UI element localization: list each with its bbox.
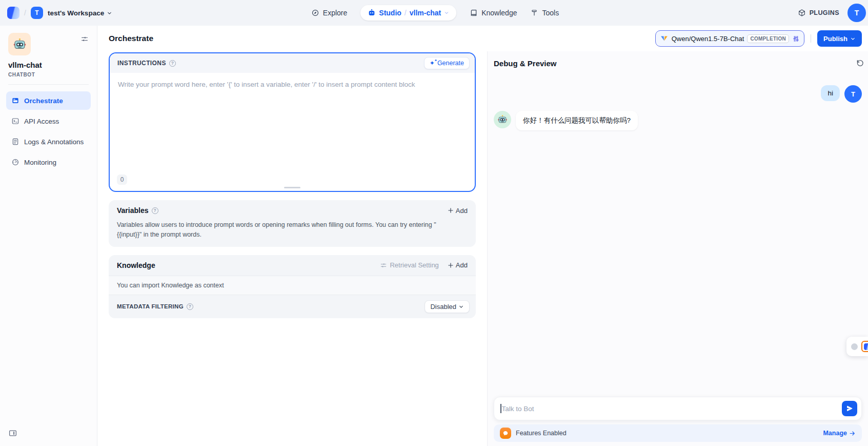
- paper-plane-icon: [846, 405, 853, 412]
- robot-icon: [368, 9, 376, 17]
- workspace-selector[interactable]: test's Workspace: [48, 9, 112, 17]
- sliders-icon: [380, 262, 387, 269]
- sidebar-divider: [8, 84, 89, 85]
- app-settings-button[interactable]: [80, 35, 89, 45]
- sidebar-item-api-access[interactable]: API Access: [6, 112, 91, 130]
- instructions-title: INSTRUCTIONS: [117, 60, 166, 67]
- main-nav: Explore Studio / vllm-chat Knowledge Too…: [176, 5, 694, 21]
- manage-features-link[interactable]: Manage: [823, 430, 856, 437]
- header-divider: [811, 34, 811, 43]
- nav-studio[interactable]: Studio / vllm-chat: [360, 5, 456, 21]
- features-bar: Features Enabled Manage: [494, 424, 862, 442]
- separator-slash: /: [405, 9, 407, 17]
- sliders-icon: [80, 35, 89, 43]
- helper-widget[interactable]: [846, 337, 868, 356]
- plugins-button[interactable]: PLUGINS: [798, 9, 839, 17]
- publish-button[interactable]: Publish: [817, 30, 862, 47]
- instructions-card: INSTRUCTIONS ✦ Generate Write your promp…: [109, 52, 476, 192]
- chat-bubble-icon: [502, 430, 509, 436]
- collapse-sidebar-button[interactable]: [8, 429, 17, 440]
- model-settings-icon: [792, 35, 800, 43]
- orchestrate-config-pane: INSTRUCTIONS ✦ Generate Write your promp…: [97, 51, 487, 446]
- resize-handle[interactable]: [284, 187, 300, 188]
- instructions-editor[interactable]: Write your prompt word here, enter '{' t…: [110, 73, 475, 174]
- restart-conversation-button[interactable]: [856, 59, 864, 67]
- nav-knowledge-label: Knowledge: [481, 9, 517, 17]
- knowledge-description: You can import Knowledge as context: [109, 276, 476, 295]
- arrow-right-icon: [849, 430, 856, 437]
- add-label: Add: [456, 207, 468, 215]
- user-avatar[interactable]: T: [847, 4, 866, 22]
- generate-button[interactable]: ✦ Generate: [424, 57, 470, 69]
- chevron-down-icon: [458, 304, 464, 309]
- add-variable-button[interactable]: Add: [447, 207, 468, 215]
- page-header: Orchestrate Qwen/Qwen1.5-7B-Chat COMPLET…: [97, 26, 868, 51]
- debug-input-area: Features Enabled Manage: [488, 397, 868, 446]
- window-grid-icon: [11, 96, 19, 105]
- app-name: vllm-chat: [8, 61, 89, 69]
- debug-title: Debug & Preview: [494, 59, 557, 68]
- metadata-filtering-row: METADATA FILTERING Disabled: [109, 295, 476, 318]
- retrieval-setting-button[interactable]: Retrieval Setting: [380, 261, 438, 269]
- page-title: Orchestrate: [109, 34, 153, 43]
- book-icon: [470, 9, 478, 17]
- terminal-icon: [11, 117, 19, 125]
- instructions-header: INSTRUCTIONS ✦ Generate: [110, 53, 475, 73]
- dify-badge-icon: [861, 341, 868, 352]
- sidebar-item-logs-annotations[interactable]: Logs & Annotations: [6, 132, 91, 151]
- compass-icon: [311, 9, 319, 17]
- metadata-filtering-dropdown[interactable]: Disabled: [425, 300, 470, 313]
- chat-input-box: [494, 397, 862, 420]
- topbar-left: / T test's Workspace: [7, 7, 176, 19]
- package-icon: [798, 9, 806, 17]
- app-header: [6, 33, 91, 55]
- separator-slash: /: [24, 9, 26, 17]
- app-type-label: CHATBOT: [8, 72, 89, 77]
- workspace-name: test's Workspace: [48, 9, 104, 17]
- sidebar-item-label: Monitoring: [24, 159, 56, 166]
- content-area: Orchestrate Qwen/Qwen1.5-7B-Chat COMPLET…: [97, 26, 868, 446]
- drag-dot-icon: [851, 343, 858, 350]
- top-bar: / T test's Workspace Explore Studio / vl…: [0, 0, 868, 26]
- features-icon: [500, 428, 511, 439]
- main-area: vllm-chat CHATBOT Orchestrate API Access…: [0, 26, 868, 446]
- add-knowledge-button[interactable]: Add: [447, 261, 468, 269]
- sidebar-item-label: Orchestrate: [24, 97, 63, 105]
- hammer-icon: [530, 9, 538, 17]
- sidebar-item-orchestrate[interactable]: Orchestrate: [6, 91, 91, 110]
- dify-logo[interactable]: [7, 7, 19, 19]
- nav-knowledge[interactable]: Knowledge: [470, 9, 517, 17]
- chevron-down-icon: [444, 10, 449, 15]
- help-icon: [152, 207, 158, 214]
- variables-description: Variables allow users to introduce promp…: [117, 220, 445, 240]
- model-selector[interactable]: Qwen/Qwen1.5-7B-Chat COMPLETION: [655, 30, 804, 47]
- sidebar-item-monitoring[interactable]: Monitoring: [6, 153, 91, 171]
- variables-title: Variables: [117, 206, 149, 215]
- workspace-badge: T: [31, 7, 43, 19]
- chat-message-user: hi T: [494, 85, 862, 103]
- retrieval-setting-label: Retrieval Setting: [390, 261, 438, 269]
- nav-explore[interactable]: Explore: [311, 9, 347, 17]
- sparkles-icon: ✦: [430, 60, 435, 66]
- chat-area: hi T 你好！有什么问题我可以帮助你吗?: [488, 75, 868, 397]
- add-label: Add: [456, 261, 468, 269]
- nav-tools[interactable]: Tools: [530, 9, 559, 17]
- page-header-actions: Qwen/Qwen1.5-7B-Chat COMPLETION Publish: [655, 30, 862, 47]
- panel-right-icon: [8, 429, 17, 438]
- plugins-label: PLUGINS: [810, 9, 839, 16]
- sidebar-item-label: Logs & Annotations: [24, 138, 84, 146]
- restart-icon: [856, 59, 864, 67]
- sidebar-item-label: API Access: [24, 118, 59, 125]
- content-body: INSTRUCTIONS ✦ Generate Write your promp…: [97, 51, 868, 446]
- publish-label: Publish: [823, 35, 847, 43]
- bot-avatar: [494, 111, 511, 128]
- plus-icon: [447, 207, 454, 214]
- nav-current-app: vllm-chat: [410, 9, 441, 17]
- char-count: 0: [117, 174, 127, 185]
- nav-explore-label: Explore: [323, 9, 347, 17]
- knowledge-card: Knowledge Retrieval Setting Add: [109, 255, 476, 318]
- topbar-right: PLUGINS T: [694, 4, 863, 22]
- app-sidebar: vllm-chat CHATBOT Orchestrate API Access…: [0, 26, 97, 446]
- talk-to-bot-input[interactable]: [502, 405, 842, 413]
- send-button[interactable]: [842, 401, 857, 416]
